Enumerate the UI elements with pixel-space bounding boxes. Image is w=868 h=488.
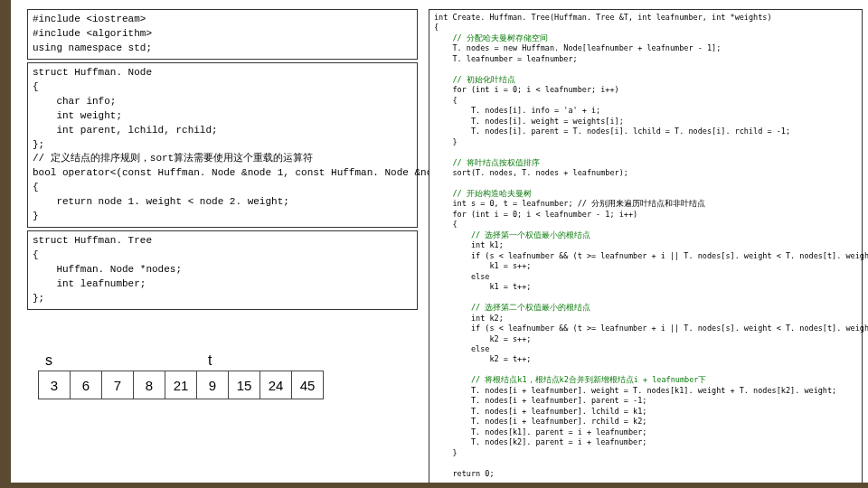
code-line bbox=[434, 293, 857, 303]
code-line: T. nodes[k1]. parent = i + leafnumber; bbox=[434, 427, 857, 437]
pointer-s-label: s bbox=[38, 352, 71, 369]
array-cell: 24 bbox=[259, 371, 292, 399]
code-line: T. nodes[i + leafnumber]. weight = T. no… bbox=[434, 386, 857, 396]
code-box-struct-tree: struct Huffman. Tree { Huffman. Node *no… bbox=[27, 230, 418, 310]
code-line: // 初始化叶结点 bbox=[434, 75, 857, 85]
code-line: k2 = t++; bbox=[434, 354, 857, 364]
code-line: // 将根结点k1，根结点k2合并到新增根结点i + leafnumber下 bbox=[434, 375, 857, 385]
code-line: T. nodes[i + leafnumber]. rchild = k2; bbox=[434, 417, 857, 427]
code-line: T. nodes[k2]. parent = i + leafnumber; bbox=[434, 437, 857, 447]
code-line: if (s < leafnumber && (t >= leafnumber +… bbox=[434, 324, 857, 333]
array-cell: 8 bbox=[133, 371, 165, 399]
array-cell: 15 bbox=[228, 371, 260, 399]
code-line bbox=[434, 179, 857, 189]
code-line: T. nodes[i + leafnumber]. parent = -1; bbox=[434, 396, 857, 406]
code-line: T. leafnumber = leafnumber; bbox=[434, 54, 857, 64]
code-line: { bbox=[434, 23, 857, 33]
code-line: if (s < leafnumber && (t >= leafnumber +… bbox=[434, 251, 857, 261]
code-line: // 将叶结点按权值排序 bbox=[434, 158, 857, 168]
code-line: int Create. Huffman. Tree(Huffman. Tree … bbox=[434, 13, 857, 23]
code-line: for (int i = 0; i < leafnumber - 1; i++) bbox=[434, 210, 857, 220]
array-row: 3678219152445 bbox=[38, 371, 324, 399]
code-line bbox=[434, 147, 857, 157]
code-line: T. nodes[i]. weight = weights[i]; bbox=[434, 117, 857, 127]
code-line: for (int i = 0; i < leafnumber; i++) bbox=[434, 85, 857, 95]
code-line: else bbox=[434, 272, 857, 282]
array-cell: 6 bbox=[70, 371, 102, 399]
code-line: k1 = t++; bbox=[434, 282, 857, 292]
code-line: T. nodes[i]. info = 'a' + i; bbox=[434, 106, 857, 116]
array-cell: 3 bbox=[38, 371, 71, 399]
pointer-t-label: t bbox=[201, 352, 233, 369]
code-line: sort(T. nodes, T. nodes + leafnumber); bbox=[434, 168, 857, 178]
code-line: return 0; bbox=[434, 469, 857, 479]
code-line: { bbox=[434, 96, 857, 106]
code-box-struct-node: struct Huffman. Node { char info; int we… bbox=[27, 62, 418, 228]
code-box-create-tree: int Create. Huffman. Tree(Huffman. Tree … bbox=[429, 9, 863, 488]
code-line bbox=[434, 458, 857, 468]
code-line: else bbox=[434, 344, 857, 354]
array-pointer-labels: s t bbox=[38, 352, 324, 369]
code-line bbox=[434, 479, 857, 488]
left-column: #include <iostream> #include <algorithm>… bbox=[27, 9, 418, 313]
array-cell: 21 bbox=[165, 371, 197, 399]
code-box-includes: #include <iostream> #include <algorithm>… bbox=[27, 9, 418, 60]
array-cell: 45 bbox=[291, 371, 324, 399]
code-line: // 开始构造哈夫曼树 bbox=[434, 189, 857, 199]
array-cell: 9 bbox=[196, 371, 229, 399]
code-line: { bbox=[434, 220, 857, 230]
code-line: } bbox=[434, 137, 857, 147]
code-line: k2 = s++; bbox=[434, 334, 857, 344]
code-line: int k1; bbox=[434, 240, 857, 250]
code-line: T. nodes[i + leafnumber]. lchild = k1; bbox=[434, 407, 857, 417]
code-line: int k2; bbox=[434, 314, 857, 324]
code-line: k1 = s++; bbox=[434, 261, 857, 271]
code-line bbox=[434, 365, 857, 375]
code-line: } bbox=[434, 448, 857, 458]
code-line: // 选择第一个权值最小的根结点 bbox=[434, 230, 857, 240]
code-line bbox=[434, 64, 857, 74]
code-line: T. nodes = new Huffman. Node[leafnumber … bbox=[434, 43, 857, 53]
code-line: T. nodes[i]. parent = T. nodes[i]. lchil… bbox=[434, 127, 857, 136]
array-diagram: s t 3678219152445 bbox=[38, 352, 324, 399]
code-line: // 分配哈夫曼树存储空间 bbox=[434, 33, 857, 43]
code-line: // 选择第二个权值最小的根结点 bbox=[434, 303, 857, 313]
code-line: int s = 0, t = leafnumber; // 分别用来遍历叶结点和… bbox=[434, 199, 857, 209]
array-cell: 7 bbox=[101, 371, 134, 399]
